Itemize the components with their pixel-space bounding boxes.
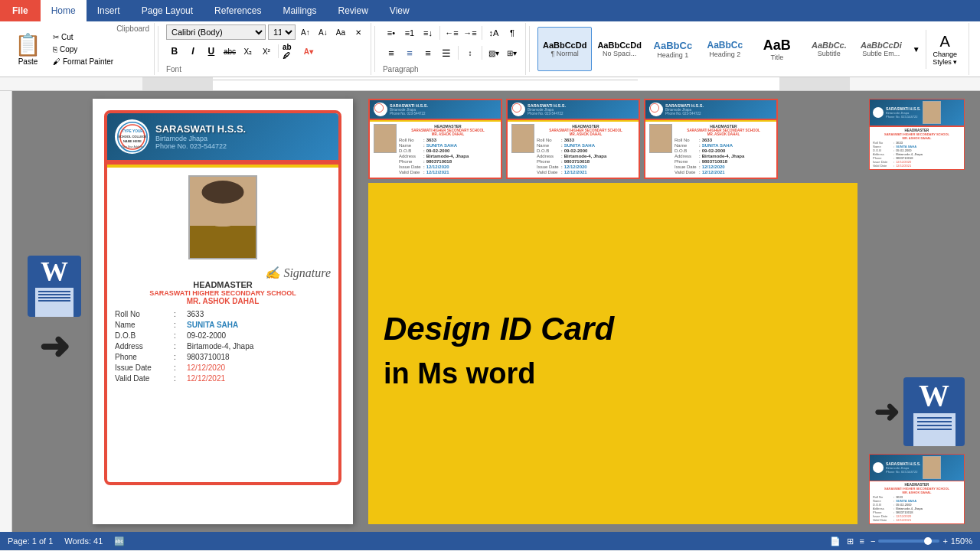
svg-text:SCHOOL COLLEGE: SCHOOL COLLEGE <box>118 134 147 138</box>
id-card-details: Roll No:3633 Name:SUNITA SAHA D.O.B:09-0… <box>115 310 331 383</box>
align-center-button[interactable]: ≡ <box>401 44 418 61</box>
multilevel-list-button[interactable]: ≡↓ <box>420 24 436 41</box>
mailings-tab[interactable]: Mailings <box>272 0 327 21</box>
line-spacing-button[interactable]: ↕ <box>462 44 479 61</box>
document-area: W ➜ TYPE YOUR <box>12 91 980 532</box>
svg-point-8 <box>511 103 521 112</box>
style-more-icon: ▼ <box>913 45 920 54</box>
superscript-button[interactable]: X² <box>258 43 275 60</box>
align-left-button[interactable]: ≡ <box>383 44 400 61</box>
ruler-inner <box>142 77 850 90</box>
font-size-select[interactable]: 11 <box>268 24 296 40</box>
strikethrough-button[interactable]: abc <box>221 43 238 60</box>
file-tab[interactable]: File <box>0 0 41 21</box>
svg-point-6 <box>374 103 384 112</box>
zoom-control[interactable]: − + 150% <box>871 536 972 546</box>
bullet-list-button[interactable]: ≡• <box>383 24 400 41</box>
align-right-button[interactable]: ≡ <box>420 44 436 61</box>
font-name-select[interactable]: Calibri (Body) <box>166 24 266 40</box>
change-styles-label: Change <box>933 51 958 58</box>
text-highlight-button[interactable]: ab🖊 <box>282 43 299 60</box>
svg-text:TYPE YOUR: TYPE YOUR <box>122 129 143 133</box>
change-styles-label2: Styles ▾ <box>933 58 957 66</box>
status-right: 📄 ⊞ ≡ − + 150% <box>830 536 972 546</box>
style-title[interactable]: AaB Title <box>751 27 803 71</box>
school-name: SARASWATI H.S.S. <box>155 123 331 135</box>
vertical-ruler <box>0 91 12 532</box>
subscript-button[interactable]: X₂ <box>240 43 256 60</box>
paste-icon: 📋 <box>15 32 41 57</box>
format-painter-icon: 🖌 <box>53 57 60 66</box>
paste-button[interactable]: 📋 Paste <box>8 24 48 73</box>
zoom-slider[interactable] <box>878 540 939 543</box>
increase-indent-button[interactable]: →≡ <box>462 24 479 41</box>
style-heading2-label: Heading 2 <box>709 51 740 58</box>
style-title-label: Title <box>771 54 784 61</box>
id-card-school-info: SARASWATI H.S.S. Birtamode Jhapa Phone N… <box>155 123 331 150</box>
three-cards-row: SARASWATI H.S.S.Birtamode JhapaPhone No.… <box>368 99 858 179</box>
ruler <box>0 77 980 91</box>
style-subtitle[interactable]: AaBbCc. Subtitle <box>803 27 855 71</box>
style-normal[interactable]: AaBbCcDd ¶ Normal <box>537 27 592 71</box>
view-web-icon[interactable]: ⊞ <box>847 536 854 546</box>
cut-button[interactable]: ✂ Cut <box>50 31 116 43</box>
show-formatting-button[interactable]: ¶ <box>504 24 521 41</box>
view-normal-icon[interactable]: 📄 <box>830 536 841 546</box>
font-group-label: Font <box>166 65 181 73</box>
svg-text:Type Your Address: Type Your Address <box>121 145 143 148</box>
thumbnail-card-1[interactable]: SARASWATI H.S.S.Birtamode JhapaPhone No.… <box>368 99 502 179</box>
promo-area: Design ID Card in Ms word <box>368 183 858 525</box>
word-count: Words: 41 <box>64 536 103 546</box>
style-heading1-preview: AaBbCc <box>654 40 693 51</box>
thumbnail-card-2[interactable]: SARASWATI H.S.S.Birtamode JhapaPhone No.… <box>506 99 640 179</box>
style-heading1[interactable]: AaBbCc Heading 1 <box>647 27 699 71</box>
underline-button[interactable]: U <box>203 43 220 60</box>
change-case-button[interactable]: Aa <box>333 24 348 40</box>
copy-label: Copy <box>60 45 77 54</box>
style-no-spacing[interactable]: AaBbCcDd No Spaci... <box>592 27 646 71</box>
change-styles-button[interactable]: A Change Styles ▾ <box>926 30 964 69</box>
language-indicator: 🔤 <box>114 536 125 546</box>
copy-button[interactable]: ⎘ Copy <box>50 44 116 55</box>
decrease-font-size-button[interactable]: A↓ <box>315 24 331 40</box>
main-document-page: TYPE YOUR SCHOOL COLLEGE NAME HERE Type … <box>93 99 353 524</box>
style-subtle-em[interactable]: AaBbCcDi Subtle Em... <box>855 27 907 71</box>
style-heading1-label: Heading 1 <box>657 51 688 59</box>
clear-formatting-button[interactable]: ✕ <box>351 24 366 40</box>
page-layout-tab[interactable]: Page Layout <box>131 0 204 21</box>
increase-font-size-button[interactable]: A↑ <box>298 24 313 40</box>
thumbnail-card-3[interactable]: SARASWATI H.S.S.Birtamode JhapaPhone No.… <box>644 99 778 179</box>
small-thumbnail-1[interactable]: SARASWATI H.S.S.Birtamode JhapaPhone No.… <box>869 99 965 170</box>
zoom-level: 150% <box>951 536 972 546</box>
id-card-main: TYPE YOUR SCHOOL COLLEGE NAME HERE Type … <box>104 110 341 485</box>
bold-button[interactable]: B <box>166 43 183 60</box>
style-subtitle-label: Subtitle <box>818 50 841 57</box>
italic-button[interactable]: I <box>185 43 201 60</box>
format-painter-button[interactable]: 🖌 Format Painter <box>50 56 116 67</box>
review-tab[interactable]: Review <box>327 0 378 21</box>
style-heading2-preview: AaBbCc <box>707 40 743 51</box>
home-tab[interactable]: Home <box>41 0 87 21</box>
small-thumbnail-2[interactable]: SARASWATI H.S.S.Birtamode JhapaPhone No.… <box>869 454 965 525</box>
font-color-button[interactable]: A▾ <box>300 43 317 60</box>
view-tab[interactable]: View <box>379 0 420 21</box>
justify-button[interactable]: ☰ <box>438 44 455 61</box>
zoom-in-button[interactable]: + <box>942 536 947 546</box>
style-more[interactable]: ▼ <box>907 27 926 71</box>
style-heading2[interactable]: AaBbCc Heading 2 <box>699 27 751 71</box>
center-content-area: SARASWATI H.S.S.Birtamode JhapaPhone No.… <box>364 99 858 524</box>
right-column: SARASWATI H.S.S.Birtamode JhapaPhone No.… <box>869 99 965 524</box>
format-painter-label: Format Painter <box>63 57 113 66</box>
school-phone: Phone No. 023-544722 <box>155 142 331 150</box>
numbered-list-button[interactable]: ≡1 <box>401 24 418 41</box>
style-title-preview: AaB <box>763 37 791 54</box>
sort-button[interactable]: ↕A <box>485 24 502 41</box>
references-tab[interactable]: References <box>204 0 272 21</box>
insert-tab[interactable]: Insert <box>87 0 131 21</box>
zoom-handle[interactable] <box>924 537 932 545</box>
shading-button[interactable]: ▧▾ <box>485 44 502 61</box>
decrease-indent-button[interactable]: ←≡ <box>443 24 460 41</box>
zoom-out-button[interactable]: − <box>871 536 875 546</box>
view-outline-icon[interactable]: ≡ <box>860 536 864 546</box>
borders-button[interactable]: ⊞▾ <box>504 44 521 61</box>
